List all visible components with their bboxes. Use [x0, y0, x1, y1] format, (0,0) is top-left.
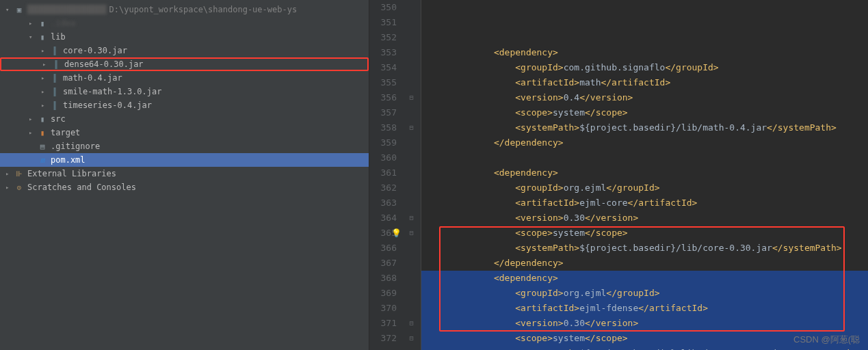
line-number: 369 [369, 286, 397, 301]
tree-item[interactable]: ▸▮target [0, 126, 369, 139]
tree-item[interactable]: mpom.xml [0, 153, 369, 167]
code-line[interactable]: <version>0.30</version> [421, 211, 868, 226]
code-line[interactable]: <artifactId>ejml-fdense</artifactId> [421, 301, 868, 316]
code-line[interactable]: <systemPath>${project.basedir}/lib/core-… [421, 241, 868, 256]
code-line[interactable]: <dependency> [421, 165, 868, 180]
token-tag: </ [494, 137, 505, 148]
chevron-down-icon[interactable]: ▾ [29, 33, 36, 40]
tree-item[interactable]: ▸║smile-math-1.3.0.jar [0, 85, 369, 98]
token-tag: <scope> [515, 107, 553, 118]
tree-item[interactable]: ▸▮src [0, 112, 369, 126]
code-line[interactable] [421, 150, 868, 165]
line-number: 351 [369, 15, 397, 30]
scratches-icon: ⊙ [14, 182, 25, 193]
chevron-right-icon[interactable]: ▸ [29, 129, 36, 136]
fold-toggle-icon[interactable]: ⊟ [409, 120, 413, 135]
chevron-right-icon[interactable]: ▸ [5, 184, 12, 191]
tree-item-label: dense64-0.30.jar [64, 59, 144, 69]
folder-icon: ▮ [37, 31, 48, 42]
token-tag: </artifactId> [601, 77, 670, 88]
code-line[interactable]: <systemPath>${project.basedir}/lib/math-… [421, 120, 868, 135]
token-text: 0.30 [564, 318, 585, 328]
code-line[interactable]: <artifactId>ejml-core</artifactId> [421, 196, 868, 211]
chevron-right-icon[interactable]: ▸ [41, 88, 48, 95]
gutter-icon-row [402, 346, 421, 350]
tree-item-label: .idea [51, 18, 75, 28]
code-line[interactable]: <groupId>org.ejml</groupId> [421, 180, 868, 196]
token-tag: </scope> [585, 333, 628, 343]
code-line[interactable]: <dependency> [421, 45, 868, 60]
code-line[interactable]: <groupId>org.ejml</groupId> [421, 286, 868, 301]
chevron-right-icon[interactable]: ▸ [29, 20, 36, 27]
fold-toggle-icon[interactable]: ⊟ [409, 211, 413, 226]
fold-toggle-icon[interactable]: ⊟ [409, 226, 413, 241]
chevron-right-icon[interactable]: ▸ [41, 102, 48, 109]
token-tag: <scope> [515, 333, 553, 343]
chevron-right-icon[interactable]: ▸ [41, 47, 48, 54]
token-text: com.github.signaflo [564, 62, 666, 72]
chevron-down-icon[interactable]: ▾ [5, 6, 12, 13]
gutter-icon-row [402, 60, 421, 75]
gutter-icon-row: ⊟ [402, 120, 421, 135]
code-line[interactable]: <version>0.30</version> [421, 316, 868, 331]
jar-icon: ║ [51, 59, 62, 70]
line-number: 355 [369, 75, 397, 90]
token-closing: dependency [505, 258, 558, 268]
gutter-icon-row [402, 30, 421, 45]
tree-item[interactable]: ▸║core-0.30.jar [0, 44, 369, 57]
code-line[interactable]: </dependency> [421, 256, 868, 271]
tree-item[interactable]: ▸║timeseries-0.4.jar [0, 98, 369, 112]
gutter-icon-row [402, 256, 421, 271]
project-name: ████████████████ [27, 5, 107, 14]
tree-item-label: core-0.30.jar [63, 46, 127, 55]
chevron-right-icon[interactable]: ▸ [42, 61, 49, 68]
tree-item[interactable]: ▾▮lib [0, 30, 369, 44]
tree-item[interactable]: ▸▮.idea [0, 16, 369, 30]
token-tag: > [558, 137, 564, 148]
jar-icon: ║ [49, 86, 60, 97]
gutter-icons: ⊟⊟⊟💡⊟⊟⊟ [402, 0, 421, 350]
tree-item[interactable]: ▤.gitignore [0, 139, 369, 153]
code-line[interactable]: <systemPath>${project.basedir}/lib/dense… [421, 346, 868, 350]
project-path: D:\yupont_workspace\shandong-ue-web-ys [109, 5, 298, 14]
line-number: 356 [369, 90, 397, 105]
code-editor[interactable]: 3503513523533543553563573583593603613623… [369, 0, 868, 350]
tree-item[interactable]: ▸║dense64-0.30.jar [0, 57, 369, 71]
fold-toggle-icon[interactable]: ⊟ [409, 331, 413, 346]
chevron-right-icon[interactable]: ▸ [29, 116, 36, 122]
token-tag: <artifactId> [515, 303, 579, 313]
fold-toggle-icon[interactable]: ⊟ [409, 90, 413, 105]
code-line[interactable]: <dependency> [421, 271, 868, 286]
gutter-icon-row [402, 165, 421, 180]
chevron-right-icon[interactable]: ▸ [5, 170, 12, 177]
project-tree-panel: ▾ ▣ ████████████████ D:\yupont_workspace… [0, 0, 369, 350]
gutter-icon-row [402, 105, 421, 120]
intention-bulb-icon[interactable]: 💡 [391, 226, 402, 241]
code-line[interactable]: <scope>system</scope> [421, 105, 868, 120]
external-libraries[interactable]: ▸ ⊪ External Libraries [0, 167, 369, 180]
code-line[interactable]: </dependency> [421, 135, 868, 150]
line-number: 371 [369, 316, 397, 331]
fold-toggle-icon[interactable]: ⊟ [409, 316, 413, 331]
watermark: CSDN @阿葱(聪 [793, 334, 860, 346]
gutter-icon-row [402, 271, 421, 286]
code-line[interactable]: <version>0.4</version> [421, 90, 868, 105]
line-number: 352 [369, 30, 397, 45]
code-line[interactable]: <artifactId>math</artifactId> [421, 75, 868, 90]
code-area[interactable]: <dependency> <groupId>com.github.signafl… [421, 0, 868, 350]
project-root[interactable]: ▾ ▣ ████████████████ D:\yupont_workspace… [0, 3, 369, 16]
scratches-consoles[interactable]: ▸ ⊙ Scratches and Consoles [0, 180, 369, 194]
line-number: 370 [369, 301, 397, 316]
line-number: 361 [369, 165, 397, 180]
token-text: 0.4 [564, 92, 579, 103]
code-line[interactable]: <scope>system</scope> [421, 226, 868, 241]
folder-icon: ▮ [37, 18, 48, 29]
line-number: 373 [369, 346, 397, 350]
chevron-right-icon[interactable]: ▸ [41, 75, 48, 81]
code-line[interactable]: <groupId>com.github.signaflo</groupId> [421, 60, 868, 75]
gutter-icon-row: 💡⊟ [402, 226, 421, 241]
tree-item[interactable]: ▸║math-0.4.jar [0, 71, 369, 85]
gutter-icon-row [402, 135, 421, 150]
token-text: system [553, 333, 585, 343]
token-tag: </groupId> [665, 62, 718, 72]
